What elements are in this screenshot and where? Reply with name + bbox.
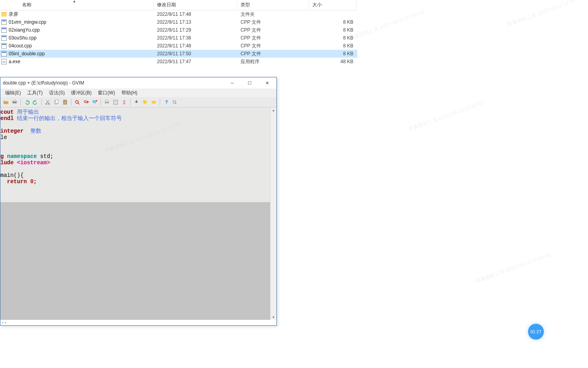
cut-icon[interactable] [44,98,52,106]
watermark: 屏幕录制工具 2022-09-11 17:50:45 [348,8,426,42]
col-date-header[interactable]: 修改日期 [154,0,237,10]
copy-icon[interactable] [52,98,60,106]
toolbar-separator [101,99,101,105]
svg-text:?: ? [165,100,168,105]
column-header-row: 名称 ▲ 修改日期 类型 大小 [0,0,357,10]
folder-icon [1,11,7,17]
gvim-titlebar[interactable]: double.cpp + (E:\clf\study\noip) - GVIM … [0,77,276,88]
code-kw: lude [0,160,17,166]
cpp-icon [1,35,7,41]
code-text: std; [37,153,53,160]
svg-rect-13 [114,100,118,104]
file-type: CPP 文件 [237,19,309,26]
gvim-editor[interactable]: cout 用于输出 endl 结束一行的输出，相当于输入一个回车符号 integ… [0,107,276,321]
help-icon[interactable]: ? [162,98,170,106]
minimize-button[interactable]: ─ [224,77,241,88]
maximize-button[interactable]: ☐ [241,77,258,88]
window-controls: ─ ☐ ✕ [224,77,276,88]
findhelp-icon[interactable] [171,98,179,106]
file-row[interactable]: 01vim_mingw.cpp2022/9/11 17:13CPP 文件8 KB [0,18,357,26]
close-button[interactable]: ✕ [258,77,276,88]
col-type-header[interactable]: 类型 [237,0,309,10]
col-size-header[interactable]: 大小 [309,0,357,10]
svg-rect-15 [152,101,156,103]
toolbar-separator [21,99,21,105]
editor-content: cout 用于输出 endl 结束一行的输出，相当于输入一个回车符号 integ… [0,107,270,201]
svg-rect-7 [64,100,66,101]
file-size: 8 KB [309,35,357,41]
code-comment: 结束一行的输出，相当于输入一个回车符号 [14,115,122,122]
col-name-header[interactable]: 名称 ▲ [0,0,154,10]
file-name: 04cout.cpp [9,43,32,49]
menu-item[interactable]: 工具(T) [24,89,46,97]
file-type: CPP 文件 [237,51,309,57]
code-kw: g [0,153,7,160]
code-text [27,178,30,185]
menu-item[interactable]: 语法(S) [46,89,68,97]
gvim-menubar: 编辑(E)工具(T)语法(S)缓冲区(B)窗口(W)帮助(H) [0,88,276,97]
toolbar-separator [41,99,42,105]
watermark: 屏幕录制工具 2022-09-11 17:50:45 [474,251,552,285]
menu-item[interactable]: 窗口(W) [95,89,118,97]
file-size: 8 KB [309,43,357,49]
file-size: 8 KB [309,51,357,56]
file-date: 2022/9/11 17:47 [154,59,237,64]
cpp-icon [1,43,7,49]
code-kw: namespace [7,153,37,160]
file-name: 05int_double.cpp [9,51,45,56]
code-kw: integer [0,128,24,134]
file-type: 文件夹 [237,11,309,18]
col-name-label: 名称 [22,2,32,8]
find-icon[interactable] [73,98,81,106]
code-kw: cout [0,109,14,115]
svg-rect-12 [106,100,108,101]
menu-item[interactable]: 编辑(E) [2,89,24,97]
file-type: 应用程序 [237,58,309,65]
code-text: main(){ [0,172,24,178]
file-row[interactable]: 03ouShu.cpp2022/9/11 17:36CPP 文件8 KB [0,34,357,42]
menu-item[interactable]: 帮助(H) [118,89,141,97]
code-indent [0,178,7,185]
file-size: 8 KB [309,19,357,25]
gvim-title: double.cpp + (E:\clf\study\noip) - GVIM [3,80,224,86]
redo-icon[interactable] [32,98,39,106]
find-next-icon[interactable] [82,98,90,106]
file-name: 录屏 [9,11,18,18]
undo-icon[interactable] [23,98,31,106]
tag-back-icon[interactable] [150,98,158,106]
print2-icon[interactable] [103,98,111,106]
watermark: 屏幕录制工具 2022-09-11 17:50:45 [506,0,583,28]
save-session-icon[interactable] [112,98,119,106]
toolbar-separator [71,99,71,105]
file-row[interactable]: 04cout.cpp2022/9/11 17:48CPP 文件8 KB [0,42,357,50]
tag-icon[interactable] [141,98,149,106]
file-list: 录屏2022/9/11 17:48文件夹01vim_mingw.cpp2022/… [0,10,357,66]
file-explorer: 名称 ▲ 修改日期 类型 大小 录屏2022/9/11 17:48文件夹01vi… [0,0,357,66]
file-row[interactable]: 录屏2022/9/11 17:48文件夹 [0,10,357,18]
code-comment: 用于输出 [14,109,39,115]
replace-icon[interactable] [91,98,99,106]
code-text: ; [34,178,37,185]
file-date: 2022/9/11 17:50 [154,51,237,56]
file-type: CPP 文件 [237,35,309,41]
toolbar-separator [160,99,160,105]
scroll-up-icon[interactable]: ▲ [271,107,276,114]
file-date: 2022/9/11 17:13 [154,19,237,25]
file-date: 2022/9/11 17:48 [154,43,237,49]
file-row[interactable]: a.exe2022/9/11 17:47应用程序48 KB [0,58,357,66]
open-icon[interactable] [2,98,10,106]
svg-point-8 [76,100,78,103]
menu-item[interactable]: 缓冲区(B) [68,89,95,97]
file-name: a.exe [9,59,20,64]
paste-icon[interactable] [61,98,69,106]
file-row[interactable]: 02xiangYu.cpp2022/9/11 17:29CPP 文件8 KB [0,26,357,34]
cpp-icon [1,27,7,33]
code-num: 0 [30,178,34,185]
make-icon[interactable] [133,98,140,106]
vertical-scrollbar[interactable]: ▲ ▼ [270,107,276,321]
print-icon[interactable] [11,98,19,106]
run-icon[interactable] [120,98,128,106]
svg-rect-1 [13,100,16,101]
gvim-statusline: -- [0,320,276,325]
file-row[interactable]: 05int_double.cpp2022/9/11 17:50CPP 文件8 K… [0,50,357,58]
